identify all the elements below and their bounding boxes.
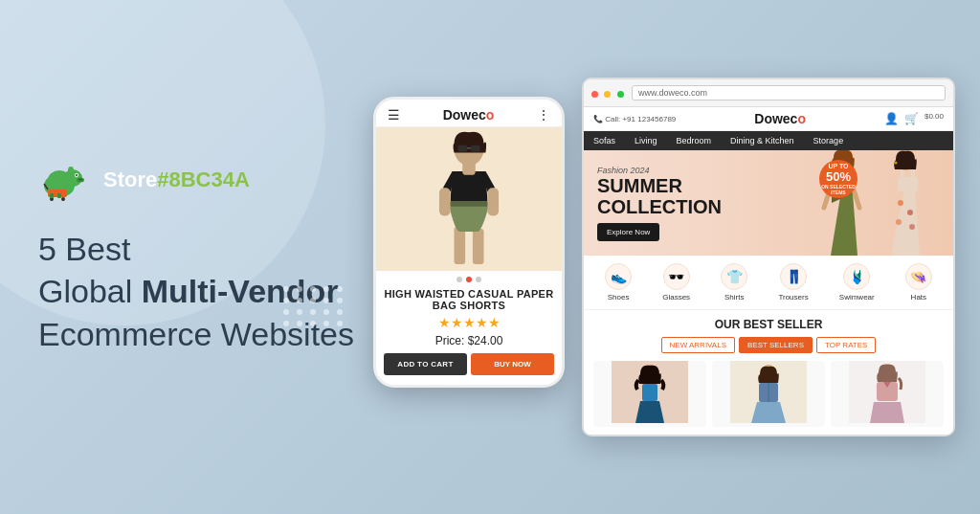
discount-badge: UP TO 50% ON SELECTEDITEMS	[819, 160, 858, 198]
tab-best-sellers[interactable]: BEST SELLERS	[739, 337, 813, 353]
add-to-cart-button[interactable]: ADD TO CART	[384, 353, 467, 375]
indicator-dot-active	[466, 277, 472, 282]
tab-top-rates[interactable]: TOP RATES	[816, 337, 876, 353]
category-swimwear[interactable]: 🩱 Swimwear	[839, 263, 875, 302]
shop-navigation: Sofas Living Bedroom Dining & Kitchen St…	[584, 131, 953, 150]
carousel-indicators	[376, 271, 562, 286]
explore-now-button[interactable]: Explore Now	[597, 223, 659, 241]
tab-new-arrivals[interactable]: NEW ARRIVALS	[661, 337, 735, 353]
phone-logo: Doweco	[443, 107, 495, 123]
category-shoes[interactable]: 👟 Shoes	[605, 263, 632, 302]
category-hats-label: Hats	[911, 293, 926, 302]
category-hats[interactable]: 👒 Hats	[905, 263, 932, 302]
svg-rect-19	[439, 188, 451, 215]
svg-point-31	[898, 200, 903, 206]
nav-bedroom[interactable]: Bedroom	[667, 131, 722, 150]
nav-sofas[interactable]: Sofas	[584, 131, 625, 150]
svg-rect-23	[457, 145, 467, 152]
category-trousers[interactable]: 👖 Trousers	[778, 263, 808, 302]
product-price: Price: $24.00	[376, 332, 562, 353]
desktop-mockup: www.doweco.com 📞 Call: +91 123456789 Dow…	[582, 78, 955, 436]
hero-small-text: Fashion 2024	[597, 166, 722, 175]
nav-storage[interactable]: Storage	[804, 131, 854, 150]
hero-big-text: SUMMERCOLLECTION	[597, 175, 722, 217]
browser-window-controls	[591, 84, 626, 101]
badge-up-to: UP TO	[828, 163, 848, 169]
svg-rect-18	[450, 201, 489, 207]
svg-rect-17	[473, 229, 484, 264]
badge-percentage: 50%	[826, 169, 851, 184]
product-card-3	[831, 361, 944, 427]
svg-rect-16	[454, 227, 465, 264]
storehippo-logo: Store#8BC34A	[38, 159, 364, 201]
maximize-window-btn[interactable]	[617, 91, 624, 98]
category-bar: 👟 Shoes 🕶️ Glasses 👕 Shirts 👖 Trousers 🩱	[584, 256, 953, 310]
category-shirts-label: Shirts	[724, 293, 744, 302]
hero-banner: Fashion 2024 SUMMERCOLLECTION Explore No…	[584, 150, 953, 256]
shop-topbar: 📞 Call: +91 123456789 Doweco 👤 🛒 $0.00	[584, 107, 953, 131]
shop-logo: Doweco	[754, 111, 806, 126]
dots-decoration	[283, 286, 345, 326]
svg-point-8	[80, 179, 82, 181]
indicator-dot	[476, 277, 481, 282]
glasses-icon: 🕶️	[663, 263, 690, 290]
svg-point-6	[77, 178, 84, 183]
svg-point-32	[907, 210, 913, 215]
category-shoes-label: Shoes	[608, 293, 630, 302]
phone-header: ☰ Doweco ⋮	[376, 100, 562, 127]
indicator-dot	[457, 277, 462, 282]
hats-icon: 👒	[905, 263, 932, 290]
buy-now-button[interactable]: BUY NOW	[471, 353, 554, 375]
svg-rect-20	[487, 188, 499, 215]
cart-icon[interactable]: 🛒	[904, 112, 919, 125]
cart-total: $0.00	[924, 112, 944, 125]
svg-rect-14	[57, 193, 61, 198]
nav-living[interactable]: Living	[625, 131, 667, 150]
category-trousers-label: Trousers	[778, 293, 808, 302]
best-seller-tabs: NEW ARRIVALS BEST SELLERS TOP RATES	[593, 337, 944, 353]
svg-point-11	[61, 197, 65, 201]
hippo-icon	[38, 159, 96, 201]
svg-point-5	[68, 167, 74, 174]
close-window-btn[interactable]	[591, 91, 598, 98]
svg-point-39	[895, 162, 898, 165]
topbar-phone: 📞 Call: +91 123456789	[593, 115, 676, 123]
category-shirts[interactable]: 👕 Shirts	[721, 263, 747, 302]
product-card-1	[593, 361, 706, 427]
product-card-2	[712, 361, 825, 427]
category-swimwear-label: Swimwear	[839, 293, 875, 302]
page-container: Store#8BC34A 5 Best Global Multi-Vendor …	[0, 0, 980, 514]
left-section: Store#8BC34A 5 Best Global Multi-Vendor …	[38, 159, 364, 355]
product-stars: ★★★★★	[376, 313, 562, 332]
badge-sub: ON SELECTEDITEMS	[821, 184, 856, 195]
url-bar[interactable]: www.doweco.com	[632, 85, 946, 101]
svg-point-7	[78, 179, 80, 181]
storehippo-logo-text: Store#8BC34A	[103, 168, 250, 192]
svg-rect-42	[642, 384, 657, 401]
phones-area: ☰ Doweco ⋮	[373, 78, 955, 436]
shop-header-icons: 👤 🛒 $0.00	[884, 112, 944, 125]
minimize-window-btn[interactable]	[604, 91, 611, 98]
phone-menu-dots[interactable]: ⋮	[537, 107, 550, 123]
svg-point-33	[896, 219, 902, 225]
phone-product-image	[376, 127, 562, 271]
svg-point-4	[76, 174, 78, 176]
svg-rect-13	[50, 193, 54, 198]
shirts-icon: 👕	[721, 263, 747, 290]
best-seller-products	[593, 361, 944, 427]
nav-dining-kitchen[interactable]: Dining & Kitchen	[721, 131, 804, 150]
hero-text: Fashion 2024 SUMMERCOLLECTION Explore No…	[584, 156, 735, 251]
mobile-phone-mockup: ☰ Doweco ⋮	[373, 97, 565, 388]
best-seller-title: OUR BEST SELLER	[593, 318, 944, 331]
best-seller-section: OUR BEST SELLER NEW ARRIVALS BEST SELLER…	[584, 310, 953, 435]
category-glasses-label: Glasses	[662, 293, 690, 302]
product-name: HIGH WAISTED CASUAL PAPER BAG SHORTS	[376, 286, 562, 313]
hamburger-icon[interactable]: ☰	[388, 107, 400, 123]
swimwear-icon: 🩱	[843, 263, 870, 290]
phone-buttons: ADD TO CART BUY NOW	[376, 353, 562, 385]
browser-chrome: www.doweco.com	[584, 79, 953, 107]
user-icon[interactable]: 👤	[884, 112, 899, 125]
svg-rect-37	[898, 177, 918, 191]
category-glasses[interactable]: 🕶️ Glasses	[662, 263, 690, 302]
trousers-icon: 👖	[780, 263, 807, 290]
